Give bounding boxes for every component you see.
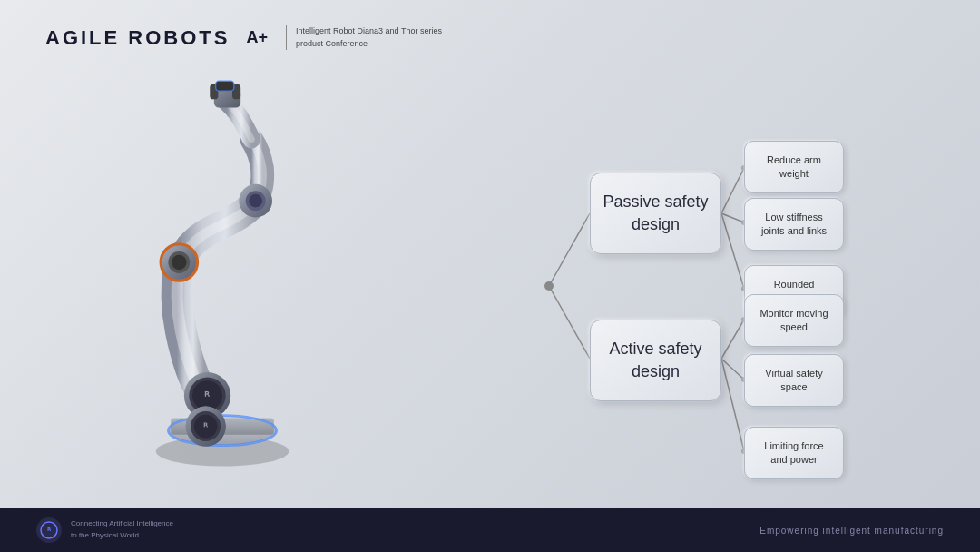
passive-child-1: Reduce arm weight bbox=[744, 141, 844, 193]
svg-line-38 bbox=[721, 359, 744, 451]
svg-line-31 bbox=[549, 213, 590, 286]
robot-illustration: ᴿ ᴿ bbox=[68, 73, 377, 472]
robot-area: ᴿ ᴿ bbox=[27, 54, 417, 490]
footer-right-text: Empowering intelligent manufacturing bbox=[760, 526, 944, 536]
passive-child-1-label: Reduce arm weight bbox=[767, 153, 821, 182]
footer-left: ᴿ Connecting Artificial Intelligence to … bbox=[36, 518, 173, 543]
svg-line-37 bbox=[721, 359, 744, 380]
footer-logo: ᴿ bbox=[36, 518, 62, 543]
svg-point-11 bbox=[172, 255, 186, 271]
footer: ᴿ Connecting Artificial Intelligence to … bbox=[0, 508, 980, 552]
svg-text:ᴿ: ᴿ bbox=[205, 389, 211, 403]
active-child-3: Limiting force and power bbox=[744, 427, 844, 479]
diagram: Passive safety design Active safety desi… bbox=[381, 54, 944, 518]
brand-plus: A+ bbox=[246, 28, 268, 47]
active-child-1: Monitor moving speed bbox=[744, 294, 844, 347]
svg-text:ᴿ: ᴿ bbox=[47, 527, 52, 536]
active-safety-label: Active safety design bbox=[609, 338, 701, 383]
svg-point-15 bbox=[249, 194, 262, 208]
agile-robots-logo-icon: ᴿ bbox=[40, 521, 58, 539]
subtitle-line1: Intelligent Robot Diana3 and Thor series bbox=[296, 25, 442, 38]
footer-tagline: Connecting Artificial Intelligence to th… bbox=[71, 518, 173, 542]
svg-point-30 bbox=[544, 281, 554, 291]
passive-safety-label: Passive safety design bbox=[603, 191, 708, 236]
svg-line-32 bbox=[549, 286, 590, 359]
active-child-2-label: Virtual safety space bbox=[765, 367, 822, 395]
passive-safety-node: Passive safety design bbox=[590, 172, 721, 254]
connector-lines bbox=[381, 54, 944, 518]
subtitle-line2: product Conference bbox=[296, 38, 442, 51]
active-safety-node: Active safety design bbox=[590, 320, 721, 401]
svg-line-35 bbox=[721, 213, 744, 289]
active-child-1-label: Monitor moving speed bbox=[760, 307, 828, 335]
svg-rect-19 bbox=[216, 81, 234, 91]
svg-line-34 bbox=[721, 213, 744, 222]
brand-title: AGILE ROBOTS bbox=[45, 26, 230, 50]
svg-line-36 bbox=[721, 320, 744, 359]
passive-child-2-label: Low stiffness joints and links bbox=[761, 211, 827, 239]
subtitle-block: Intelligent Robot Diana3 and Thor series… bbox=[286, 25, 442, 50]
active-child-2: Virtual safety space bbox=[744, 354, 844, 407]
footer-tagline-line1: Connecting Artificial Intelligence bbox=[71, 518, 173, 530]
passive-child-2: Low stiffness joints and links bbox=[744, 198, 844, 251]
active-child-3-label: Limiting force and power bbox=[764, 439, 823, 468]
footer-tagline-line2: to the Physical World bbox=[71, 530, 173, 542]
header: AGILE ROBOTS A+ Intelligent Robot Diana3… bbox=[45, 25, 442, 50]
svg-line-33 bbox=[721, 168, 744, 213]
